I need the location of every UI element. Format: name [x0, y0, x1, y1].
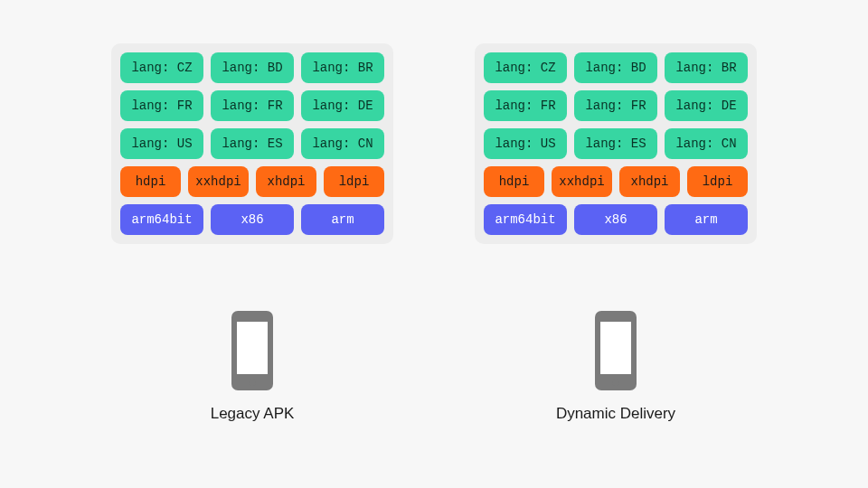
legacy-apk-card: lang: CZ lang: BD lang: BR lang: FR lang… — [111, 43, 393, 244]
svg-rect-4 — [600, 322, 631, 374]
arch-chip: arm64bit — [484, 204, 567, 235]
lang-chip: lang: CZ — [120, 52, 203, 83]
dpi-row: hdpi xxhdpi xhdpi ldpi — [120, 166, 384, 197]
lang-chip: lang: BD — [211, 52, 294, 83]
diagram-stage: lang: CZ lang: BD lang: BR lang: FR lang… — [0, 0, 868, 488]
lang-row: lang: CZ lang: BD lang: BR — [484, 52, 748, 83]
lang-chip: lang: CN — [665, 128, 748, 159]
lang-chip: lang: BD — [574, 52, 657, 83]
phone-icon — [591, 309, 640, 392]
lang-chip: lang: CZ — [484, 52, 567, 83]
arch-chip: arm64bit — [120, 204, 203, 235]
dpi-chip: xhdpi — [256, 166, 316, 197]
dpi-chip: ldpi — [687, 166, 748, 197]
lang-chip: lang: FR — [211, 90, 294, 121]
lang-row: lang: US lang: ES lang: CN — [120, 128, 384, 159]
dpi-chip: ldpi — [324, 166, 384, 197]
legacy-apk-caption: Legacy APK — [211, 405, 295, 423]
lang-chip: lang: ES — [211, 128, 294, 159]
lang-chip: lang: FR — [120, 90, 203, 121]
svg-point-2 — [249, 379, 256, 386]
lang-row: lang: CZ lang: BD lang: BR — [120, 52, 384, 83]
lang-row: lang: FR lang: FR lang: DE — [484, 90, 748, 121]
dpi-chip: xhdpi — [619, 166, 680, 197]
arch-chip: x86 — [211, 204, 294, 235]
arch-row: arm64bit x86 arm — [120, 204, 384, 235]
dpi-chip: hdpi — [484, 166, 544, 197]
lang-chip: lang: DE — [301, 90, 384, 121]
legacy-apk-column: lang: CZ lang: BD lang: BR lang: FR lang… — [111, 43, 393, 423]
lang-chip: lang: ES — [574, 128, 657, 159]
lang-row: lang: FR lang: FR lang: DE — [120, 90, 384, 121]
dpi-row: hdpi xxhdpi xhdpi ldpi — [484, 166, 748, 197]
dpi-chip: xxhdpi — [188, 166, 249, 197]
dynamic-delivery-card: lang: CZ lang: BD lang: BR lang: FR lang… — [475, 43, 757, 244]
phone-icon — [228, 309, 277, 392]
arch-chip: x86 — [574, 204, 657, 235]
lang-chip: lang: CN — [301, 128, 384, 159]
arch-chip: arm — [301, 204, 384, 235]
dpi-chip: hdpi — [120, 166, 181, 197]
svg-point-5 — [612, 379, 619, 386]
dynamic-delivery-column: lang: CZ lang: BD lang: BR lang: FR lang… — [475, 43, 757, 423]
lang-chip: lang: BR — [665, 52, 748, 83]
arch-chip: arm — [665, 204, 748, 235]
lang-chip: lang: BR — [301, 52, 384, 83]
arch-row: arm64bit x86 arm — [484, 204, 748, 235]
lang-chip: lang: FR — [484, 90, 567, 121]
lang-chip: lang: US — [484, 128, 567, 159]
lang-chip: lang: FR — [574, 90, 657, 121]
dpi-chip: xxhdpi — [552, 166, 612, 197]
dynamic-delivery-caption: Dynamic Delivery — [556, 405, 675, 423]
lang-row: lang: US lang: ES lang: CN — [484, 128, 748, 159]
lang-chip: lang: DE — [665, 90, 748, 121]
lang-chip: lang: US — [120, 128, 203, 159]
svg-rect-1 — [237, 322, 268, 374]
